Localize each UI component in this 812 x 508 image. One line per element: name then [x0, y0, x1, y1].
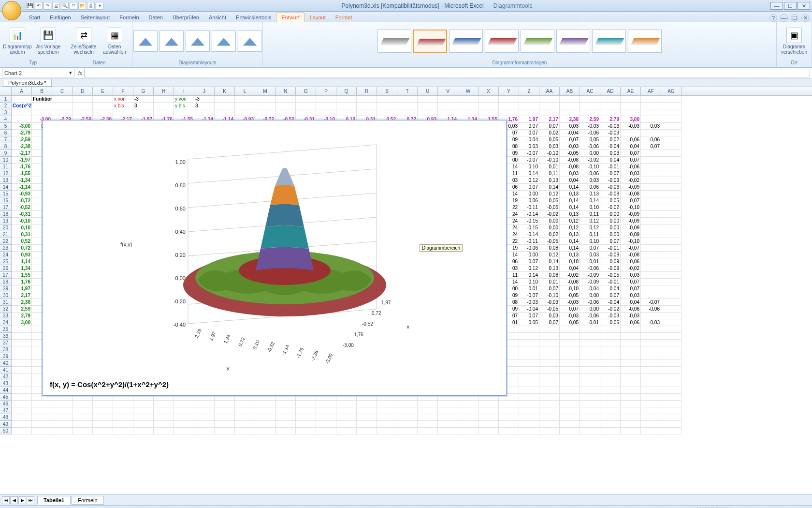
chart-style-thumb[interactable]: [521, 30, 554, 53]
row-header[interactable]: 12: [0, 170, 12, 177]
help-icon[interactable]: ?: [769, 14, 777, 22]
cell[interactable]: 0,01: [519, 285, 539, 292]
undo-icon[interactable]: ↶: [35, 2, 43, 10]
cell[interactable]: -0,03: [580, 123, 600, 130]
cell[interactable]: 0,07: [600, 238, 621, 245]
cell[interactable]: [215, 428, 235, 434]
cell[interactable]: [661, 231, 682, 238]
cell[interactable]: [661, 136, 682, 143]
col-header[interactable]: V: [438, 87, 458, 95]
cell[interactable]: [12, 333, 32, 340]
cell[interactable]: [539, 109, 560, 116]
cell[interactable]: [478, 401, 499, 407]
maximize-button[interactable]: ☐: [784, 2, 797, 10]
cell[interactable]: 0,04: [560, 265, 580, 272]
cell[interactable]: [580, 367, 600, 374]
cell[interactable]: 1,14: [12, 258, 32, 265]
cell[interactable]: [276, 401, 296, 407]
cell[interactable]: 0,03: [621, 272, 641, 279]
cell[interactable]: [580, 360, 600, 367]
cell[interactable]: x von: [113, 96, 133, 103]
cell[interactable]: [661, 401, 682, 407]
cell[interactable]: [641, 231, 661, 238]
cell[interactable]: -0,10: [560, 285, 580, 292]
cell[interactable]: 0,00: [600, 231, 621, 238]
cell[interactable]: [661, 116, 682, 123]
cell[interactable]: -0,11: [519, 204, 539, 211]
ribbon-close-icon[interactable]: ✕: [801, 14, 809, 22]
cell[interactable]: [52, 414, 72, 421]
cell[interactable]: [641, 313, 661, 319]
cell[interactable]: -0,09: [621, 224, 641, 231]
cell[interactable]: [641, 374, 661, 380]
cell[interactable]: 0,31: [12, 231, 32, 238]
cell[interactable]: -0,04: [600, 143, 621, 150]
cell[interactable]: 0,00: [539, 224, 560, 231]
sheet-nav-first-icon[interactable]: ⏮: [2, 496, 10, 504]
cell[interactable]: [661, 191, 682, 197]
cell[interactable]: y bis: [174, 103, 194, 109]
cell[interactable]: [12, 340, 32, 346]
cell[interactable]: [336, 103, 357, 109]
cell[interactable]: 0,72: [12, 245, 32, 252]
row-header[interactable]: 8: [0, 143, 12, 150]
cell[interactable]: [641, 285, 661, 292]
col-header[interactable]: P: [316, 87, 336, 95]
cell[interactable]: Funktion:: [32, 96, 52, 103]
row-header[interactable]: 49: [0, 421, 12, 428]
row-header[interactable]: 48: [0, 414, 12, 421]
cell[interactable]: [154, 428, 174, 434]
cell[interactable]: [641, 380, 661, 387]
cell[interactable]: [12, 428, 32, 434]
cell[interactable]: [336, 109, 357, 116]
cell[interactable]: [539, 353, 560, 360]
cell[interactable]: [600, 326, 621, 333]
cell[interactable]: 0,10: [560, 258, 580, 265]
cell[interactable]: [641, 265, 661, 272]
chart-layout-thumb[interactable]: [238, 30, 262, 52]
cell[interactable]: [580, 428, 600, 434]
cell[interactable]: [641, 407, 661, 414]
cell[interactable]: [641, 204, 661, 211]
cell[interactable]: [600, 103, 621, 109]
cell[interactable]: -0,02: [621, 265, 641, 272]
row-header[interactable]: 37: [0, 340, 12, 346]
cell[interactable]: [72, 103, 93, 109]
cell[interactable]: [174, 421, 194, 428]
cell[interactable]: [255, 414, 276, 421]
cell[interactable]: -0,03: [560, 143, 580, 150]
cell[interactable]: [12, 387, 32, 394]
cell[interactable]: [154, 407, 174, 414]
cell[interactable]: -0,09: [621, 218, 641, 224]
cell[interactable]: [154, 109, 174, 116]
cell[interactable]: [560, 333, 580, 340]
cell[interactable]: [641, 130, 661, 136]
chart-style-thumb[interactable]: [592, 30, 626, 53]
cell[interactable]: -0,03: [621, 123, 641, 130]
cell[interactable]: 0,03: [560, 170, 580, 177]
col-header[interactable]: T: [397, 87, 418, 95]
cell[interactable]: [661, 109, 682, 116]
cell[interactable]: [52, 401, 72, 407]
cell[interactable]: [600, 428, 621, 434]
cell[interactable]: 0,13: [560, 252, 580, 258]
cell[interactable]: [621, 421, 641, 428]
cell[interactable]: [357, 103, 377, 109]
cell[interactable]: [539, 360, 560, 367]
cell[interactable]: [600, 96, 621, 103]
cell[interactable]: -0,04: [600, 299, 621, 306]
cell[interactable]: -0,08: [600, 191, 621, 197]
cell[interactable]: [52, 421, 72, 428]
cell[interactable]: 0,10: [12, 224, 32, 231]
cell[interactable]: -0,08: [621, 191, 641, 197]
cell[interactable]: [539, 326, 560, 333]
cell[interactable]: [600, 401, 621, 407]
cell[interactable]: Cos(x^2+y^2)/(1+x^2+y^2): [12, 103, 32, 109]
cell[interactable]: 0,10: [519, 164, 539, 170]
cell[interactable]: 0,07: [519, 313, 539, 319]
cell[interactable]: [661, 326, 682, 333]
cell[interactable]: 0,14: [580, 197, 600, 204]
cell[interactable]: [621, 353, 641, 360]
cell[interactable]: 0,00: [580, 292, 600, 299]
cell[interactable]: [661, 245, 682, 252]
